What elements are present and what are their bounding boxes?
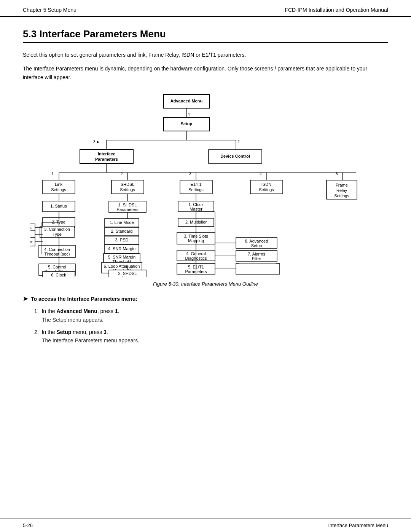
instruction-title: To access the Interface Parameters menu: xyxy=(31,296,137,302)
svg-text:ISDN: ISDN xyxy=(261,182,271,187)
svg-text:1: 1 xyxy=(188,113,190,117)
steps-list: 1. In the Advanced Menu, press 1. The Se… xyxy=(34,307,388,345)
header-chapter: Chapter 5 Setup Menu xyxy=(23,7,76,13)
svg-text:Link: Link xyxy=(55,182,63,187)
svg-text:Settings: Settings xyxy=(188,187,204,192)
svg-text:1. Status: 1. Status xyxy=(50,204,67,208)
svg-text:5: 5 xyxy=(336,172,338,176)
svg-text:Settings: Settings xyxy=(51,187,66,192)
svg-text:3. PSD: 3. PSD xyxy=(115,238,129,242)
svg-text:1. Clock: 1. Clock xyxy=(188,202,204,207)
svg-text:1. Line Mode: 1. Line Mode xyxy=(110,220,134,225)
svg-text:1. SHDSL: 1. SHDSL xyxy=(118,203,137,207)
intro-para-2: The Interface Parameters menu is dynamic… xyxy=(23,64,388,81)
page-header: Chapter 5 Setup Menu FCD-IPM Installatio… xyxy=(0,0,411,17)
svg-text:Relay: Relay xyxy=(336,188,347,193)
svg-text:SHDSL: SHDSL xyxy=(121,182,135,187)
svg-text:Type: Type xyxy=(53,232,62,236)
svg-text:Parameters: Parameters xyxy=(117,207,139,212)
svg-text:2.Synch.: 2.Synch. xyxy=(30,233,32,237)
svg-text:1. Async.: 1. Async. xyxy=(30,226,32,230)
page-footer: 5-26 Interface Parameters Menu xyxy=(0,518,411,532)
svg-text:8. Advanced: 8. Advanced xyxy=(245,239,268,243)
svg-text:Interface: Interface xyxy=(98,152,115,156)
section-title: 5.3 Interface Parameters Menu xyxy=(23,28,388,43)
footer-section-title: Interface Parameters Menu xyxy=(328,522,388,528)
svg-text:Parameters: Parameters xyxy=(95,157,118,161)
svg-text:4. Connection: 4. Connection xyxy=(44,247,70,252)
svg-text:Filter: Filter xyxy=(252,256,261,261)
svg-text:2. Standard: 2. Standard xyxy=(111,229,133,233)
diagram-container: Advanced Menu 1 Setup 3 ► Interface Para… xyxy=(23,91,388,277)
svg-text:2. SHDSL: 2. SHDSL xyxy=(118,271,137,276)
svg-text:Timeout (sec): Timeout (sec) xyxy=(45,252,70,256)
svg-text:E1/T1: E1/T1 xyxy=(190,182,201,187)
svg-text:4: 4 xyxy=(260,172,262,176)
svg-text:Loops: Loops xyxy=(122,276,133,277)
page-content: 5.3 Interface Parameters Menu Select thi… xyxy=(0,17,411,360)
arrow-icon: ➤ xyxy=(23,295,28,302)
svg-text:1: 1 xyxy=(51,172,54,176)
svg-text:2. Type: 2. Type xyxy=(52,220,65,224)
svg-text:Device Control: Device Control xyxy=(220,154,250,158)
svg-text:Settings: Settings xyxy=(259,187,274,192)
step-1: 1. In the Advanced Menu, press 1. The Se… xyxy=(34,307,388,324)
svg-text:2: 2 xyxy=(237,140,240,144)
svg-rect-135 xyxy=(239,264,276,274)
svg-text:4. SNR Margin: 4. SNR Margin xyxy=(108,246,135,251)
diagram-caption: Figure 5-30. Interface Parameters Menu O… xyxy=(23,281,388,287)
svg-text:Settings: Settings xyxy=(334,193,349,198)
step-2-sub: The Interface Parameters menu appears. xyxy=(42,336,388,345)
svg-text:3: 3 xyxy=(189,172,191,176)
step-2: 2. In the Setup menu, press 3. The Inter… xyxy=(34,328,388,345)
header-manual: FCD-IPM Installation and Operation Manua… xyxy=(285,7,388,13)
footer-page-number: 5-26 xyxy=(23,522,33,528)
svg-text:3. Fr.Relay: 3. Fr.Relay xyxy=(30,240,33,244)
svg-text:3. Connection: 3. Connection xyxy=(44,227,70,232)
svg-text:6. Clock: 6. Clock xyxy=(51,273,66,277)
svg-text:Setup: Setup xyxy=(181,121,193,126)
svg-text:Setup: Setup xyxy=(251,243,262,248)
svg-text:3 ►: 3 ► xyxy=(93,140,100,144)
svg-text:5. Control: 5. Control xyxy=(48,265,66,269)
step-1-sub: The Setup menu appears. xyxy=(42,316,388,324)
svg-text:Master: Master xyxy=(190,207,202,211)
svg-text:Advanced Menu: Advanced Menu xyxy=(170,99,202,103)
svg-text:Frame: Frame xyxy=(336,183,348,187)
svg-text:2: 2 xyxy=(121,172,123,176)
svg-text:7. Alarms: 7. Alarms xyxy=(248,252,265,256)
svg-text:5. SNR Margin: 5. SNR Margin xyxy=(108,255,135,259)
intro-para-1: Select this option to set general parame… xyxy=(23,51,388,59)
svg-text:Settings: Settings xyxy=(120,187,135,192)
instruction-section: ➤ To access the Interface Parameters men… xyxy=(23,295,388,302)
